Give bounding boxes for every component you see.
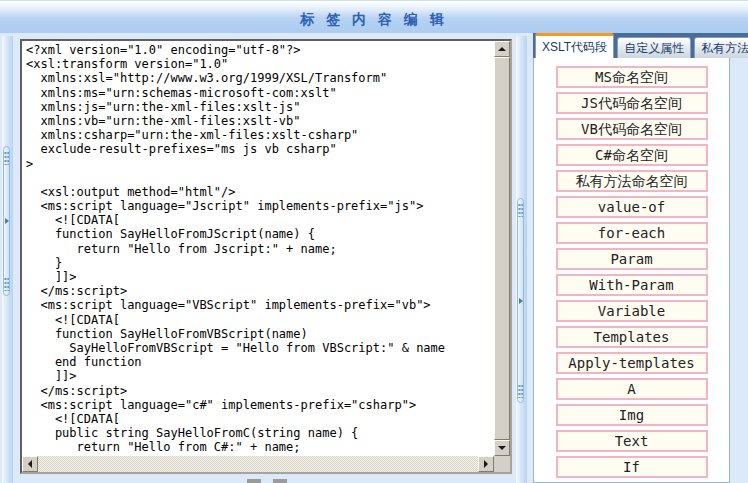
code-line: xmlns:vb="urn:the-xml-files:xslt-vb" [26, 114, 494, 128]
editor-vertical-scrollbar[interactable] [494, 41, 510, 456]
code-line: <ms:script language="c#" implements-pref… [26, 398, 494, 412]
code-line: exclude-result-prefixes="ms js vb csharp… [26, 142, 494, 156]
splitter-grip-icon [518, 384, 523, 398]
snippet-button[interactable]: Apply-templates [556, 352, 708, 374]
code-line: <ms:script language="VBScript" implement… [26, 298, 494, 312]
snippet-button[interactable]: MS命名空间 [556, 66, 708, 88]
panel-splitter[interactable] [516, 36, 527, 483]
snippet-button[interactable]: A [556, 378, 708, 400]
code-line [26, 171, 494, 185]
snippet-button[interactable]: Img [556, 404, 708, 426]
clipped-button-sliver [273, 479, 287, 483]
code-text-area[interactable]: <?xml version="1.0" encoding="utf-8"?><x… [22, 41, 494, 456]
code-line: xmlns:xsl="http://www.w3.org/1999/XSL/Tr… [26, 71, 494, 85]
code-line: ]]> [26, 270, 494, 284]
code-line: > [26, 157, 494, 171]
tab-strip: XSLT代码段 自定义属性 私有方法段 [533, 33, 748, 58]
snippet-button[interactable]: for-each [556, 222, 708, 244]
tab-private-methods[interactable]: 私有方法段 [694, 37, 748, 58]
code-line: <ms:script language="Jscript" implements… [26, 199, 494, 213]
page-title: 标 签 内 容 编 辑 [300, 6, 447, 29]
code-line: SayHelloFromVBScript = "Hello from VBScr… [26, 341, 494, 355]
code-line: return "Hello from C#:" + name; [26, 440, 494, 454]
snippet-button[interactable]: C#命名空间 [556, 144, 708, 166]
vertical-scroll-thumb[interactable] [494, 57, 510, 440]
snippet-button[interactable]: Templates [556, 326, 708, 348]
code-line: return "Hello from Jscript:" + name; [26, 242, 494, 256]
snippet-button[interactable]: Param [556, 248, 708, 270]
code-line: xmlns:csharp="urn:the-xml-files:xslt-csh… [26, 128, 494, 142]
splitter-grip-icon [518, 203, 523, 217]
code-line: <![CDATA[ [26, 213, 494, 227]
clipped-button-sliver [247, 479, 261, 483]
snippet-button[interactable]: value-of [556, 196, 708, 218]
snippet-button[interactable]: 私有方法命名空间 [556, 170, 708, 192]
snippet-button-list: MS命名空间JS代码命名空间VB代码命名空间C#命名空间私有方法命名空间valu… [534, 58, 729, 478]
tab-custom-attributes[interactable]: 自定义属性 [617, 37, 691, 58]
scrollbar-corner [494, 456, 510, 472]
snippet-button[interactable]: JS代码命名空间 [556, 92, 708, 114]
scroll-left-button[interactable] [22, 456, 38, 472]
tag-content-editor-window: 标 签 内 容 编 辑 <?xml version="1.0" encoding… [0, 0, 748, 483]
page-header: 标 签 内 容 编 辑 [0, 0, 748, 33]
panel-splitter-handle[interactable] [517, 198, 524, 403]
scroll-right-button[interactable] [478, 456, 494, 472]
code-line: <?xml version="1.0" encoding="utf-8"?> [26, 43, 494, 57]
code-line: <xsl:transform version="1.0" [26, 57, 494, 71]
up-arrow-icon [498, 47, 506, 51]
snippet-panel: MS命名空间JS代码命名空间VB代码命名空间C#命名空间私有方法命名空间valu… [533, 58, 730, 483]
code-line: public string SayHelloFromC(string name)… [26, 426, 494, 440]
editor-horizontal-scrollbar[interactable] [22, 456, 494, 472]
left-splitter[interactable] [2, 36, 13, 483]
right-arrow-icon [484, 460, 488, 468]
horizontal-scroll-track[interactable] [38, 456, 478, 472]
code-line: </ms:script> [26, 284, 494, 298]
snippet-button[interactable]: Text [556, 430, 708, 452]
code-line: function SayHelloFromJScript(name) { [26, 227, 494, 241]
snippet-button[interactable]: VB代码命名空间 [556, 118, 708, 140]
code-line: </ms:script> [26, 384, 494, 398]
code-line: xmlns:js="urn:the-xml-files:xslt-js" [26, 100, 494, 114]
tab-label: 私有方法段 [701, 40, 748, 57]
snippet-button[interactable]: Variable [556, 300, 708, 322]
splitter-grip-icon [4, 277, 9, 291]
xslt-code-editor[interactable]: <?xml version="1.0" encoding="utf-8"?><x… [20, 39, 512, 474]
scroll-down-button[interactable] [494, 440, 510, 456]
left-arrow-icon [28, 460, 32, 468]
code-line: <![CDATA[ [26, 412, 494, 426]
splitter-grip-icon [4, 151, 9, 165]
code-line: } [26, 256, 494, 270]
left-splitter-handle[interactable] [3, 146, 10, 296]
code-line: ]]> [26, 369, 494, 383]
code-line: <xsl:output method="html"/> [26, 185, 494, 199]
snippet-button[interactable]: If [556, 456, 708, 478]
code-line: xmlns:ms="urn:schemas-microsoft-com:xslt… [26, 86, 494, 100]
code-line: end function [26, 355, 494, 369]
snippet-button[interactable]: With-Param [556, 274, 708, 296]
vertical-scroll-track[interactable] [494, 57, 510, 440]
tab-label: XSLT代码段 [542, 39, 607, 56]
scroll-up-button[interactable] [494, 41, 510, 57]
splitter-collapse-arrow-icon[interactable] [5, 218, 9, 224]
splitter-collapse-arrow-icon[interactable] [519, 298, 523, 304]
tab-label: 自定义属性 [624, 40, 684, 57]
code-line: <![CDATA[ [26, 313, 494, 327]
code-line: function SayHelloFromVBScript(name) [26, 327, 494, 341]
tab-xslt-snippets[interactable]: XSLT代码段 [535, 33, 614, 58]
down-arrow-icon [498, 446, 506, 450]
